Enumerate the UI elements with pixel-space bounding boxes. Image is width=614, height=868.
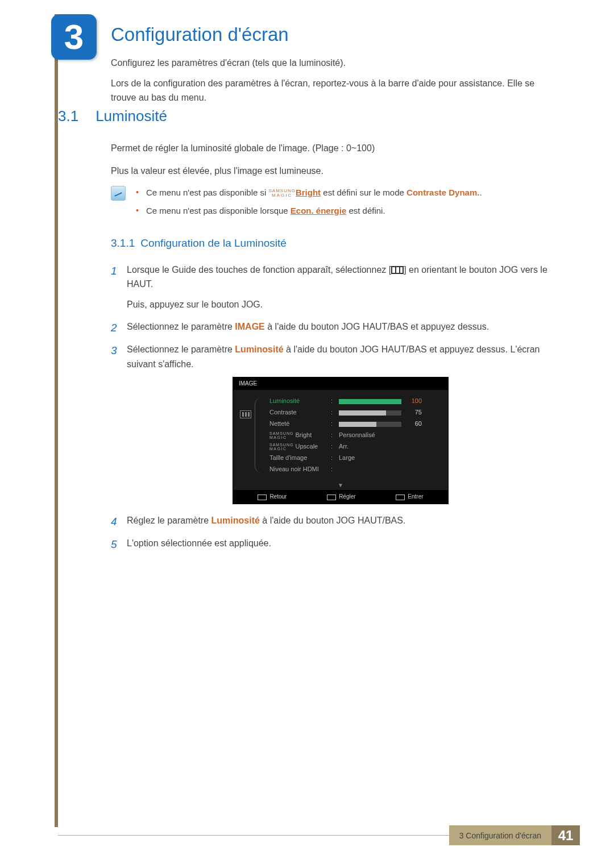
osd-title: IMAGE [233, 377, 448, 390]
note-item: Ce menu n'est pas disponible si SAMSUNGM… [136, 186, 482, 200]
steps-list: Lorsque le Guide des touches de fonction… [111, 263, 554, 551]
footer-chapter-label: 3 Configuration d'écran [449, 825, 551, 845]
step-item: Lorsque le Guide des touches de fonction… [111, 263, 554, 312]
body-paragraph: Permet de régler la luminosité globale d… [111, 141, 554, 156]
chapter-number-badge: 3 [51, 14, 97, 60]
osd-row: SAMSUNGMAGIC Bright:Personnalisé [269, 430, 441, 441]
note-block: Ce menu n'est pas disponible si SAMSUNGM… [111, 186, 554, 222]
page-footer: 3 Configuration d'écran 41 [58, 825, 580, 845]
luminosite-keyword: Luminosité [235, 344, 283, 354]
osd-rows: Luminosité:100Contraste:75Netteté:60SAMS… [269, 396, 441, 475]
subsection-number: 3.1.1 [111, 235, 135, 252]
osd-row: Netteté:60 [269, 418, 441, 430]
osd-enter-button: Entrer [396, 492, 423, 501]
step-item: Réglez le paramètre Luminosité à l'aide … [111, 513, 554, 528]
osd-bracket [255, 398, 265, 473]
samsung-magic-label: SAMSUNGMAGIC [269, 189, 296, 198]
osd-back-button: Retour [258, 492, 287, 501]
section-heading: 3.1 Luminosité [58, 107, 167, 125]
osd-menu-icon [240, 410, 251, 418]
footer-rule [58, 835, 449, 845]
note-icon [111, 186, 126, 201]
note-item: Ce menu n'est pas disponible lorsque Eco… [136, 204, 482, 218]
note-list: Ce menu n'est pas disponible si SAMSUNGM… [136, 186, 482, 222]
osd-row: Luminosité:100 [269, 396, 441, 407]
intro-paragraph: Lors de la configuration des paramètres … [111, 76, 554, 105]
osd-row: Taille d'image:Large [269, 452, 441, 464]
step-item: Sélectionnez le paramètre Luminosité à l… [111, 342, 554, 504]
contraste-dynam-keyword: Contraste Dynam. [406, 188, 479, 197]
osd-row: SAMSUNGMAGIC Upscale:Arr. [269, 441, 441, 452]
section-body: Permet de régler la luminosité globale d… [111, 141, 554, 558]
osd-footer: Retour Régler Entrer [233, 490, 448, 504]
subsection-heading: 3.1.1 Configuration de la Luminosité [111, 235, 554, 252]
left-accent-bar [55, 14, 58, 827]
image-keyword: IMAGE [235, 322, 264, 331]
osd-row: Niveau noir HDMI: [269, 464, 441, 475]
econ-energie-link[interactable]: Econ. énergie [291, 206, 346, 215]
chapter-title: Configuration d'écran [111, 24, 289, 45]
chapter-intro: Configurez les paramètres d'écran (tels … [111, 56, 554, 111]
step-item: Sélectionnez le paramètre IMAGE à l'aide… [111, 319, 554, 334]
intro-paragraph: Configurez les paramètres d'écran (tels … [111, 56, 554, 70]
menu-icon [391, 266, 404, 274]
bright-link[interactable]: Bright [296, 188, 321, 197]
osd-row: Contraste:75 [269, 407, 441, 418]
footer-page-number: 41 [551, 825, 580, 845]
osd-screenshot: IMAGE Luminosité:100Contraste:75Netteté:… [233, 377, 449, 504]
osd-down-arrow-icon: ▼ [233, 480, 448, 490]
section-number: 3.1 [58, 107, 78, 125]
luminosite-keyword: Luminosité [211, 516, 260, 525]
section-title: Luminosité [96, 107, 167, 125]
subsection-title: Configuration de la Luminosité [140, 235, 287, 252]
body-paragraph: Plus la valeur est élevée, plus l'image … [111, 164, 554, 178]
step-item: L'option sélectionnée est appliquée. [111, 536, 554, 551]
osd-adjust-button: Régler [327, 492, 355, 501]
